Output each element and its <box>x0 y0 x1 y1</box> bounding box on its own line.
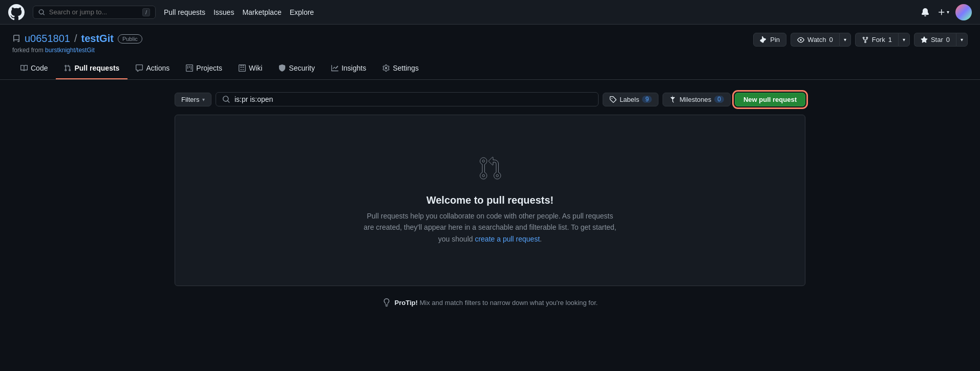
pin-icon <box>760 36 767 43</box>
filters-bar: Filters ▾ Labels 9 Milestones 0 New pull… <box>175 92 805 106</box>
star-button-group: Star 0 ▾ <box>914 33 968 47</box>
star-dropdown-button[interactable]: ▾ <box>956 33 968 47</box>
visibility-badge: Public <box>118 34 142 43</box>
chevron-down-icon: ▾ <box>844 37 846 42</box>
star-icon <box>921 36 928 43</box>
chevron-down-icon: ▾ <box>903 37 905 42</box>
chevron-down-icon: ▾ <box>202 97 205 102</box>
code-icon <box>20 64 28 72</box>
protip-message: Mix and match filters to narrow down wha… <box>420 299 598 307</box>
repo-owner-link[interactable]: u0651801 <box>25 33 70 45</box>
fork-source-link[interactable]: burstknight/testGit <box>45 47 95 54</box>
create-pr-link[interactable]: create a pull request <box>475 235 540 243</box>
forked-from: forked from burstknight/testGit <box>12 47 142 54</box>
repo-action-buttons: Pin Watch 0 ▾ Fork 1 <box>753 33 968 47</box>
labels-label: Labels <box>620 96 639 103</box>
search-kbd: / <box>142 8 150 16</box>
pr-empty-icon <box>478 156 502 186</box>
empty-state-title: Welcome to pull requests! <box>427 194 554 206</box>
tab-actions[interactable]: Actions <box>127 58 178 79</box>
topnav-issues[interactable]: Issues <box>214 8 234 16</box>
tab-settings[interactable]: Settings <box>374 58 427 79</box>
protip-label: ProTip! <box>395 299 418 307</box>
top-navigation: / Pull requests Issues Marketplace Explo… <box>0 0 980 25</box>
main-content: Filters ▾ Labels 9 Milestones 0 New pull… <box>162 80 818 319</box>
search-icon <box>222 95 230 103</box>
pin-label: Pin <box>770 36 780 43</box>
watch-button[interactable]: Watch 0 <box>791 33 839 47</box>
milestones-label: Milestones <box>679 96 711 103</box>
tab-code[interactable]: Code <box>12 58 56 79</box>
user-avatar[interactable] <box>955 4 972 20</box>
plus-icon <box>938 8 946 16</box>
empty-state-desc-after: . <box>540 235 542 243</box>
fork-icon <box>862 36 869 43</box>
topnav-pull-requests[interactable]: Pull requests <box>164 8 205 16</box>
protip-bar: ProTip! Mix and match filters to narrow … <box>175 298 805 307</box>
repo-icon <box>12 35 20 43</box>
filters-button[interactable]: Filters ▾ <box>175 93 211 106</box>
lightbulb-icon <box>382 298 391 307</box>
star-label: Star <box>931 36 943 43</box>
watch-button-group: Watch 0 ▾ <box>791 33 851 47</box>
topnav-marketplace[interactable]: Marketplace <box>242 8 281 16</box>
tab-security[interactable]: Security <box>270 58 323 79</box>
topnav-links: Pull requests Issues Marketplace Explore <box>164 8 314 16</box>
repo-tabs: Code Pull requests Actions Projects Wiki… <box>0 58 980 80</box>
repo-name-link[interactable]: testGit <box>81 33 114 45</box>
search-icon <box>38 8 45 16</box>
label-icon <box>609 96 616 103</box>
pr-list-panel: Welcome to pull requests! Pull requests … <box>175 115 805 286</box>
pull-request-icon <box>478 156 502 181</box>
chevron-down-icon: ▾ <box>947 9 949 15</box>
watch-label: Watch <box>807 36 826 43</box>
insights-icon <box>331 64 338 72</box>
watch-dropdown-button[interactable]: ▾ <box>839 33 851 47</box>
fork-dropdown-button[interactable]: ▾ <box>898 33 910 47</box>
pr-search-input[interactable] <box>235 95 592 103</box>
repo-title-area: u0651801 / testGit Public forked from bu… <box>12 33 142 54</box>
star-count: 0 <box>946 36 950 43</box>
tab-wiki[interactable]: Wiki <box>230 58 270 79</box>
bell-icon <box>921 8 929 16</box>
notifications-button[interactable] <box>919 6 931 18</box>
pin-button[interactable]: Pin <box>753 33 786 47</box>
labels-count: 9 <box>642 96 652 103</box>
tab-pull-requests[interactable]: Pull requests <box>56 58 127 79</box>
fork-button-group: Fork 1 ▾ <box>855 33 910 47</box>
wiki-icon <box>239 64 246 72</box>
tab-insights[interactable]: Insights <box>323 58 374 79</box>
new-pull-request-button[interactable]: New pull request <box>735 93 805 106</box>
empty-state-description: Pull requests help you collaborate on co… <box>362 210 618 245</box>
milestones-count: 0 <box>714 96 724 103</box>
settings-icon <box>382 64 390 72</box>
search-box[interactable]: / <box>33 6 156 19</box>
watch-count: 0 <box>829 36 833 43</box>
fork-label: Fork <box>872 36 885 43</box>
pr-tab-icon <box>64 64 71 72</box>
labels-button[interactable]: Labels 9 <box>603 93 658 106</box>
protip-text: ProTip! Mix and match filters to narrow … <box>395 299 598 307</box>
create-new-button[interactable]: ▾ <box>938 8 949 16</box>
pr-search-bar[interactable] <box>216 92 599 106</box>
empty-state: Welcome to pull requests! Pull requests … <box>175 115 805 286</box>
actions-icon <box>136 64 143 72</box>
search-input[interactable] <box>49 8 138 16</box>
milestone-icon <box>669 96 676 103</box>
topnav-right-actions: ▾ <box>919 4 972 20</box>
fork-count: 1 <box>888 36 892 43</box>
github-logo[interactable] <box>8 4 25 20</box>
tab-projects[interactable]: Projects <box>178 58 230 79</box>
fork-button[interactable]: Fork 1 <box>855 33 898 47</box>
repo-separator: / <box>74 33 77 45</box>
security-icon <box>279 64 286 72</box>
projects-icon <box>186 64 193 72</box>
filters-label: Filters <box>181 96 199 103</box>
topnav-explore[interactable]: Explore <box>290 8 314 16</box>
repo-title: u0651801 / testGit Public <box>12 33 142 45</box>
chevron-down-icon: ▾ <box>961 37 963 42</box>
milestones-button[interactable]: Milestones 0 <box>663 93 731 106</box>
eye-icon <box>797 36 804 43</box>
star-button[interactable]: Star 0 <box>914 33 956 47</box>
repo-header: u0651801 / testGit Public forked from bu… <box>0 25 980 54</box>
